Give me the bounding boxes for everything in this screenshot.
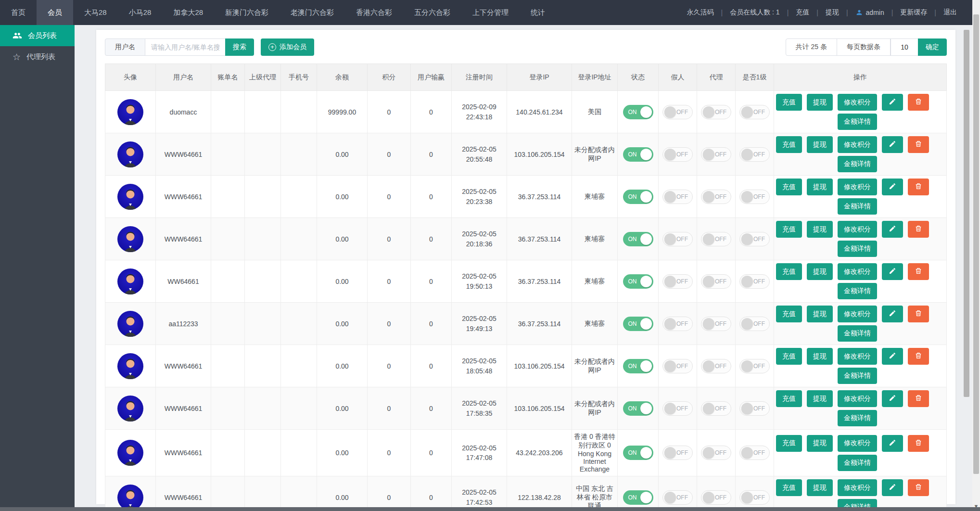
refresh-cache-link[interactable]: 更新缓存: [900, 8, 927, 17]
amount-detail-button[interactable]: 金额详情: [838, 455, 877, 471]
fake-toggle[interactable]: OFF: [662, 274, 693, 289]
agent-toggle[interactable]: OFF: [701, 490, 731, 505]
status-toggle[interactable]: ON: [623, 147, 653, 162]
window-scrollbar-thumb[interactable]: [973, 14, 979, 474]
edit-points-button[interactable]: 修改积分: [838, 435, 877, 452]
agent-toggle[interactable]: OFF: [701, 446, 731, 460]
edit-points-button[interactable]: 修改积分: [838, 348, 877, 365]
delete-button[interactable]: [908, 390, 929, 407]
logout-link[interactable]: 退出: [943, 8, 957, 17]
edit-button[interactable]: [882, 479, 903, 496]
perm-code-link[interactable]: 永久活码: [687, 8, 714, 17]
recharge-link[interactable]: 充值: [796, 8, 809, 17]
nav-item-9[interactable]: 上下分管理: [461, 0, 520, 25]
edit-button[interactable]: [882, 263, 903, 280]
edit-button[interactable]: [882, 390, 903, 407]
agent-toggle[interactable]: OFF: [701, 232, 731, 246]
status-toggle[interactable]: ON: [623, 317, 653, 331]
nav-item-10[interactable]: 统计: [520, 0, 556, 25]
recharge-button[interactable]: 充值: [776, 390, 802, 407]
edit-points-button[interactable]: 修改积分: [838, 263, 877, 280]
recharge-button[interactable]: 充值: [776, 221, 802, 238]
nav-item-6[interactable]: 老澳门六合彩: [280, 0, 345, 25]
nav-item-1[interactable]: 会员: [37, 0, 73, 25]
level1-toggle[interactable]: OFF: [739, 490, 770, 505]
horizontal-scrollbar[interactable]: [0, 507, 980, 511]
amount-detail-button[interactable]: 金额详情: [838, 198, 877, 215]
level1-toggle[interactable]: OFF: [739, 446, 770, 460]
status-toggle[interactable]: ON: [623, 490, 653, 505]
fake-toggle[interactable]: OFF: [662, 317, 693, 331]
delete-button[interactable]: [908, 348, 929, 365]
add-member-button[interactable]: + 添加会员: [261, 38, 314, 56]
sidebar-item-agent-list[interactable]: ☆ 代理列表: [0, 46, 75, 67]
delete-button[interactable]: [908, 221, 929, 238]
withdraw-button[interactable]: 提现: [807, 348, 833, 365]
per-page-input[interactable]: [891, 38, 918, 56]
recharge-button[interactable]: 充值: [776, 348, 802, 365]
withdraw-button[interactable]: 提现: [807, 221, 833, 238]
withdraw-button[interactable]: 提现: [807, 479, 833, 496]
agent-toggle[interactable]: OFF: [701, 401, 731, 416]
withdraw-link[interactable]: 提现: [826, 8, 839, 17]
edit-button[interactable]: [882, 435, 903, 452]
level1-toggle[interactable]: OFF: [739, 232, 770, 246]
level1-toggle[interactable]: OFF: [739, 359, 770, 373]
agent-toggle[interactable]: OFF: [701, 359, 731, 373]
table-scrollbar-thumb[interactable]: [964, 30, 969, 397]
status-toggle[interactable]: ON: [623, 401, 653, 416]
admin-menu[interactable]: admin: [855, 9, 884, 16]
fake-toggle[interactable]: OFF: [662, 105, 693, 119]
status-toggle[interactable]: ON: [623, 232, 653, 246]
edit-points-button[interactable]: 修改积分: [838, 221, 877, 238]
search-button[interactable]: 搜索: [225, 38, 254, 56]
delete-button[interactable]: [908, 179, 929, 195]
nav-item-3[interactable]: 小马28: [118, 0, 163, 25]
delete-button[interactable]: [908, 435, 929, 452]
delete-button[interactable]: [908, 94, 929, 111]
amount-detail-button[interactable]: 金额详情: [838, 283, 877, 299]
amount-detail-button[interactable]: 金额详情: [838, 114, 877, 130]
withdraw-button[interactable]: 提现: [807, 94, 833, 111]
withdraw-button[interactable]: 提现: [807, 306, 833, 322]
status-toggle[interactable]: ON: [623, 359, 653, 373]
level1-toggle[interactable]: OFF: [739, 317, 770, 331]
withdraw-button[interactable]: 提现: [807, 390, 833, 407]
amount-detail-button[interactable]: 金额详情: [838, 410, 877, 426]
edit-points-button[interactable]: 修改积分: [838, 390, 877, 407]
nav-item-4[interactable]: 加拿大28: [162, 0, 214, 25]
recharge-button[interactable]: 充值: [776, 435, 802, 452]
amount-detail-button[interactable]: 金额详情: [838, 325, 877, 342]
status-toggle[interactable]: ON: [623, 190, 653, 204]
fake-toggle[interactable]: OFF: [662, 232, 693, 246]
withdraw-button[interactable]: 提现: [807, 435, 833, 452]
level1-toggle[interactable]: OFF: [739, 190, 770, 204]
nav-item-5[interactable]: 新澳门六合彩: [214, 0, 280, 25]
status-toggle[interactable]: ON: [623, 446, 653, 460]
edit-button[interactable]: [882, 179, 903, 195]
delete-button[interactable]: [908, 479, 929, 496]
recharge-button[interactable]: 充值: [776, 179, 802, 195]
fake-toggle[interactable]: OFF: [662, 359, 693, 373]
edit-button[interactable]: [882, 136, 903, 153]
agent-toggle[interactable]: OFF: [701, 190, 731, 204]
delete-button[interactable]: [908, 263, 929, 280]
edit-button[interactable]: [882, 94, 903, 111]
nav-item-8[interactable]: 五分六合彩: [403, 0, 461, 25]
nav-item-0[interactable]: 首页: [0, 0, 37, 25]
withdraw-button[interactable]: 提现: [807, 179, 833, 195]
agent-toggle[interactable]: OFF: [701, 317, 731, 331]
window-scrollbar[interactable]: ▼: [972, 0, 980, 511]
withdraw-button[interactable]: 提现: [807, 136, 833, 153]
fake-toggle[interactable]: OFF: [662, 401, 693, 416]
fake-toggle[interactable]: OFF: [662, 490, 693, 505]
edit-points-button[interactable]: 修改积分: [838, 479, 877, 496]
status-toggle[interactable]: ON: [623, 274, 653, 289]
search-input[interactable]: [145, 38, 226, 56]
agent-toggle[interactable]: OFF: [701, 274, 731, 289]
edit-points-button[interactable]: 修改积分: [838, 94, 877, 111]
sidebar-item-member-list[interactable]: 会员列表: [0, 25, 75, 46]
level1-toggle[interactable]: OFF: [739, 147, 770, 162]
amount-detail-button[interactable]: 金额详情: [838, 241, 877, 257]
recharge-button[interactable]: 充值: [776, 94, 802, 111]
